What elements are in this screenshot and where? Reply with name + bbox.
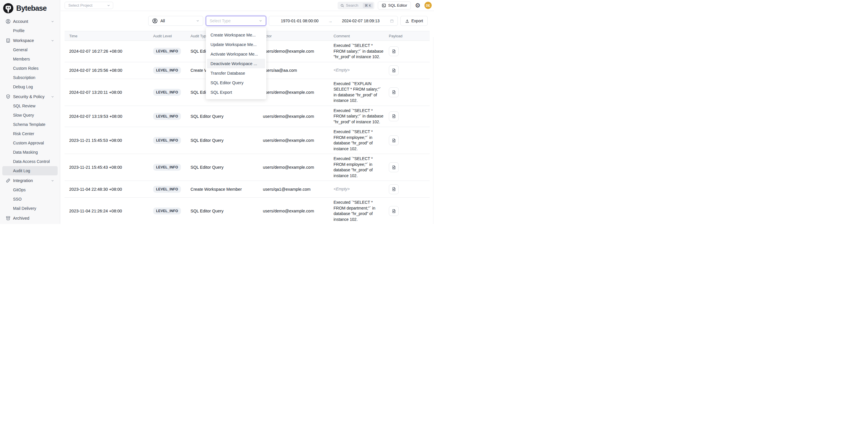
project-select[interactable]: Select Project <box>65 2 113 9</box>
cell-audit-type: SQL Editor Query <box>186 165 258 169</box>
filter-row: All Select Type 1970-01-01 08:00:00 → 20… <box>60 16 434 26</box>
date-from-value[interactable]: 1970-01-01 08:00:00 <box>273 19 327 23</box>
file-search-icon <box>392 49 396 54</box>
sidebar-item-debug-log[interactable]: Debug Log <box>2 82 58 91</box>
payload-view-button[interactable] <box>389 184 399 194</box>
gear-icon[interactable]: ⚙ <box>415 2 421 8</box>
menu-item-update-workspace-member[interactable]: Update Workspace Me... <box>207 40 265 49</box>
payload-view-button[interactable] <box>389 87 399 97</box>
search-input[interactable]: Search ⌘ K <box>338 2 374 9</box>
sidebar-section-account[interactable]: Account <box>2 17 58 26</box>
payload-view-button[interactable] <box>389 65 399 75</box>
sidebar-nav: Account Profile Workspace General Member… <box>0 15 60 223</box>
cell-time: 2023-11-04 22:48:30 +08:00 <box>65 187 149 192</box>
menu-item-sql-editor-query[interactable]: SQL Editor Query <box>207 78 265 87</box>
terminal-icon <box>381 3 386 8</box>
level-badge: LEVEL_INFO <box>153 207 181 215</box>
cell-time: 2023-11-04 21:26:24 +08:00 <box>65 209 149 213</box>
file-search-icon <box>392 68 396 73</box>
sidebar-item-data-masking[interactable]: Data Masking <box>2 148 58 157</box>
actor-filter-value: All <box>160 19 193 23</box>
type-filter-select[interactable]: Select Type <box>206 16 266 26</box>
cell-time: 2023-11-21 15:45:43 +08:00 <box>65 165 149 169</box>
sidebar-section-label: Integration <box>13 178 33 183</box>
sidebar-section-security-policy[interactable]: Security & Policy <box>2 92 58 101</box>
sidebar-item-sql-review[interactable]: SQL Review <box>2 101 58 110</box>
cell-payload <box>384 135 430 145</box>
date-range-picker[interactable]: 1970-01-01 08:00:00 → 2024-02-07 18:09:1… <box>269 16 398 26</box>
sidebar-item-profile[interactable]: Profile <box>2 26 58 35</box>
sidebar-section-label: Archived <box>13 216 29 221</box>
sidebar-item-custom-roles[interactable]: Custom Roles <box>2 64 58 73</box>
table-row: 2024-02-07 13:19:53 +08:00 LEVEL_INFO SQ… <box>65 106 430 127</box>
sidebar-section-workspace[interactable]: Workspace <box>2 36 58 45</box>
menu-item-deactivate-workspace-member[interactable]: Deactivate Workspace ... <box>207 59 265 68</box>
menu-item-create-workspace-member[interactable]: Create Workspace Me... <box>207 30 265 40</box>
payload-view-button[interactable] <box>389 206 399 216</box>
cell-audit-type: Create Workspace Member <box>186 187 258 192</box>
user-circle-icon <box>5 19 11 24</box>
sidebar-item-subscription[interactable]: Subscription <box>2 73 58 82</box>
cell-time: 2024-02-07 16:27:26 +08:00 <box>65 49 149 54</box>
sidebar-item-data-access-control[interactable]: Data Access Control <box>2 157 58 166</box>
date-to-value[interactable]: 2024-02-07 18:09:13 <box>334 19 388 23</box>
sql-editor-button[interactable]: SQL Editor <box>378 1 411 9</box>
cell-audit-level: LEVEL_INFO <box>149 113 186 120</box>
payload-view-button[interactable] <box>389 111 399 121</box>
cell-actor: users/qa1@example.com <box>258 187 329 192</box>
sidebar-item-members[interactable]: Members <box>2 55 58 64</box>
menu-item-transfer-database[interactable]: Transfer Database <box>207 68 265 78</box>
cell-payload <box>384 87 430 97</box>
calendar-icon <box>390 19 394 23</box>
bytebase-logo[interactable]: Bytebase <box>0 0 60 15</box>
sidebar-item-risk-center[interactable]: Risk Center <box>2 129 58 138</box>
project-select-placeholder: Select Project <box>68 3 107 7</box>
cell-actor: users/demo@example.com <box>258 114 329 119</box>
sidebar-section-archived[interactable]: Archived <box>2 214 58 223</box>
sidebar-section-label: Workspace <box>13 38 34 43</box>
cell-actor: users/demo@example.com <box>258 90 329 95</box>
cell-audit-level: LEVEL_INFO <box>149 137 186 144</box>
avatar[interactable]: DE <box>425 2 432 9</box>
file-search-icon <box>392 165 396 170</box>
file-search-icon <box>392 209 396 214</box>
payload-view-button[interactable] <box>389 46 399 56</box>
type-filter-placeholder: Select Type <box>210 19 259 23</box>
sidebar-item-mail-delivery[interactable]: Mail Delivery <box>2 204 58 213</box>
cell-payload <box>384 111 430 121</box>
table-row: 2023-11-21 15:45:43 +08:00 LEVEL_INFO SQ… <box>65 154 430 181</box>
chevron-down-icon <box>51 95 54 98</box>
col-header-time: Time <box>65 34 149 38</box>
cell-audit-level: LEVEL_INFO <box>149 48 186 55</box>
sidebar-item-sso[interactable]: SSO <box>2 194 58 204</box>
sidebar-section-integration[interactable]: Integration <box>2 176 58 185</box>
app-window: Bytebase Account Profile Workspace Gener… <box>0 0 434 224</box>
payload-view-button[interactable] <box>389 135 399 145</box>
cell-audit-level: LEVEL_INFO <box>149 207 186 215</box>
scrollbar-track[interactable] <box>433 37 433 224</box>
sidebar-item-slow-query[interactable]: Slow Query <box>2 110 58 120</box>
file-search-icon <box>392 138 396 143</box>
sidebar-item-custom-approval[interactable]: Custom Approval <box>2 138 58 148</box>
cell-audit-type: SQL Editor Query <box>186 114 258 119</box>
menu-item-sql-export[interactable]: SQL Export <box>207 87 265 97</box>
cell-actor: users/aa@aa.com <box>258 68 329 73</box>
file-search-icon <box>392 90 396 95</box>
sidebar-item-gitops[interactable]: GitOps <box>2 185 58 194</box>
cell-comment: Executed `"SELECT * FROM employee;"` in … <box>329 156 384 179</box>
menu-item-activate-workspace-member[interactable]: Activate Workspace Me... <box>207 49 265 59</box>
actor-filter-select[interactable]: All <box>148 16 203 26</box>
shield-check-icon <box>5 94 11 99</box>
sidebar-section-label: Security & Policy <box>13 94 44 99</box>
col-header-audit-level: Audit Level <box>149 34 186 38</box>
payload-view-button[interactable] <box>389 162 399 172</box>
cell-comment: Executed `"EXPLAIN SELECT * FROM salary;… <box>329 81 384 104</box>
level-badge: LEVEL_INFO <box>153 113 181 120</box>
audit-log-content: All Select Type 1970-01-01 08:00:00 → 20… <box>60 11 434 224</box>
sidebar-item-general[interactable]: General <box>2 45 58 55</box>
sidebar-item-audit-log[interactable]: Audit Log <box>2 166 58 175</box>
sidebar-item-schema-template[interactable]: Schema Template <box>2 120 58 129</box>
export-button[interactable]: Export <box>400 16 428 26</box>
main-area: Select Project Search ⌘ K SQL Editor ⚙ D… <box>60 0 434 224</box>
cell-payload <box>384 206 430 216</box>
